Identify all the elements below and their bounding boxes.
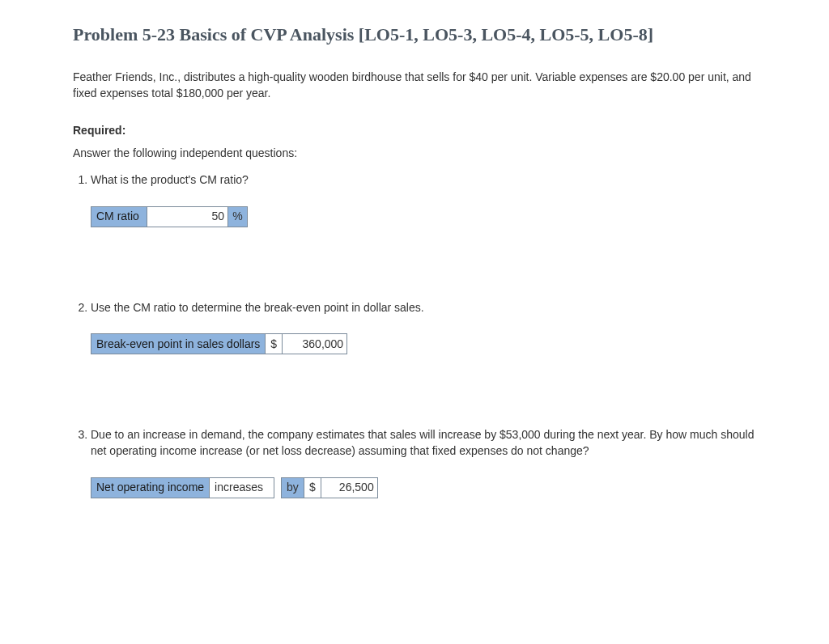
question-3-text: Due to an increase in demand, the compan… xyxy=(91,427,756,459)
breakeven-input[interactable]: 360,000 xyxy=(283,333,347,354)
cm-ratio-label: CM ratio xyxy=(91,206,147,227)
noi-value-input[interactable]: 26,500 xyxy=(321,477,378,498)
by-label: by xyxy=(281,477,304,498)
currency-symbol-q2: $ xyxy=(266,333,283,354)
question-1: What is the product's CM ratio? CM ratio… xyxy=(91,172,756,227)
breakeven-label: Break-even point in sales dollars xyxy=(91,333,266,354)
question-2: Use the CM ratio to determine the break-… xyxy=(91,300,756,355)
answer-row-3: Net operating income increases by $ 26,5… xyxy=(91,477,756,498)
question-3: Due to an increase in demand, the compan… xyxy=(91,427,756,498)
subhead-text: Answer the following independent questio… xyxy=(73,146,756,159)
currency-symbol-q3: $ xyxy=(304,477,321,498)
percent-unit: % xyxy=(228,206,248,227)
spacer xyxy=(274,477,281,498)
answer-row-1: CM ratio 50 % xyxy=(91,206,756,227)
intro-text: Feather Friends, Inc., distributes a hig… xyxy=(73,70,756,101)
direction-select[interactable]: increases xyxy=(210,477,274,498)
required-label: Required: xyxy=(73,124,756,137)
problem-title: Problem 5-23 Basics of CVP Analysis [LO5… xyxy=(73,24,756,45)
cm-ratio-input[interactable]: 50 xyxy=(147,206,228,227)
answer-row-2: Break-even point in sales dollars $ 360,… xyxy=(91,333,756,354)
question-1-text: What is the product's CM ratio? xyxy=(91,172,756,189)
noi-label: Net operating income xyxy=(91,477,210,498)
question-2-text: Use the CM ratio to determine the break-… xyxy=(91,300,756,316)
